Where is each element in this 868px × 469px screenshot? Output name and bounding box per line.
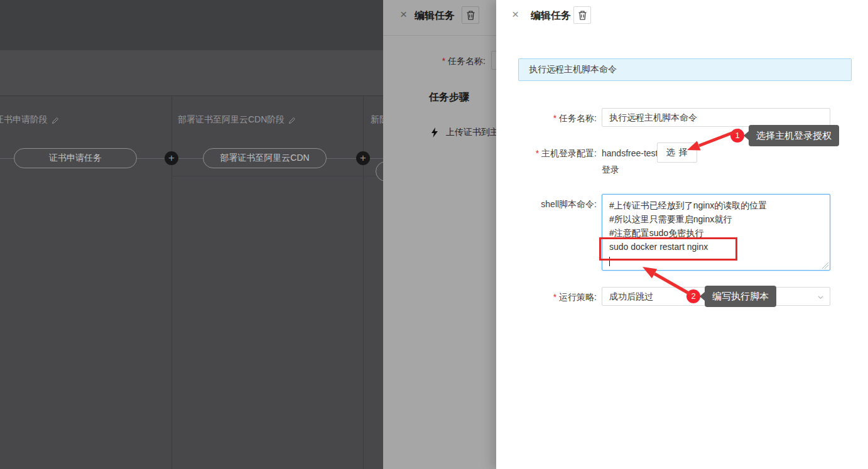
app-header-bar — [0, 0, 383, 50]
delete-task-button[interactable] — [462, 6, 479, 24]
close-icon[interactable]: × — [400, 8, 407, 21]
edit-pencil-icon[interactable] — [52, 116, 60, 124]
drawer-header: × 编辑任务 — [496, 0, 868, 35]
task-name-label: 任务名称: — [497, 113, 597, 124]
annotation-badge-1: 1 — [730, 129, 744, 143]
page-root: 证书申请阶段 部署证书至阿里云CDN阶段 新阶段 证书申请任务 + 部署证书至阿… — [0, 0, 868, 469]
script-line: #上传证书已经放到了nginx的读取的位置 — [609, 198, 823, 212]
tooltip-arrow — [744, 131, 749, 140]
chevron-down-icon — [818, 294, 823, 300]
pipeline-toolbar — [0, 50, 383, 96]
drawer-title: 编辑任务 — [415, 9, 455, 23]
annotation-tooltip-1: 选择主机登录授权 — [749, 125, 839, 146]
edit-task-drawer-back: × 编辑任务 任务名称: 上 任务步骤 上传证书到主 — [383, 0, 496, 469]
script-line: #注意配置sudo免密执行 — [609, 226, 823, 240]
task-pill-label: 证书申请任务 — [49, 153, 102, 164]
host-login-value-line2: 登录 — [602, 164, 619, 176]
annotation-badge-2: 2 — [686, 289, 700, 303]
shell-script-label: shell脚本命令: — [497, 199, 597, 210]
grid-line — [171, 176, 383, 176]
trash-icon — [578, 11, 587, 20]
task-steps-heading: 任务步骤 — [429, 91, 469, 104]
resize-handle-icon[interactable] — [822, 262, 828, 269]
script-caret-line — [609, 254, 823, 267]
delete-task-button[interactable] — [573, 6, 591, 24]
run-policy-value: 成功后跳过 — [609, 291, 653, 301]
host-login-label: 主机登录配置: — [497, 148, 597, 159]
lightning-icon — [431, 127, 438, 137]
plus-icon: + — [168, 152, 175, 164]
stage-title-label: 部署证书至阿里云CDN阶段 — [178, 114, 285, 126]
alert-text: 执行远程主机脚本命令 — [529, 64, 617, 75]
task-pill-clipped[interactable] — [376, 161, 383, 181]
select-host-button[interactable]: 选 择 — [657, 143, 697, 163]
annotation-tooltip-2: 编写执行脚本 — [705, 286, 776, 307]
task-pill-label: 部署证书至阿里云CDN — [220, 153, 309, 164]
drawer-header: × 编辑任务 — [383, 0, 496, 35]
plus-icon: + — [360, 152, 366, 164]
edit-pencil-icon[interactable] — [288, 116, 296, 124]
run-policy-label: 运行策略: — [497, 292, 597, 303]
tooltip-arrow — [700, 292, 705, 301]
stage-title-new: 新阶段 — [371, 114, 383, 126]
task-pill-cert-apply[interactable]: 证书申请任务 — [14, 148, 137, 168]
task-step-label: 上传证书到主 — [446, 127, 496, 138]
drawer-mask — [383, 0, 496, 469]
close-icon[interactable]: × — [512, 8, 519, 21]
task-step-item[interactable]: 上传证书到主 — [431, 127, 496, 138]
task-name-label: 任务名称: — [383, 56, 486, 67]
edit-task-drawer-front: × 编辑任务 执行远程主机脚本命令 任务名称: 执行远程主机脚本命令 主机登录配… — [496, 0, 868, 469]
script-line: #所以这里只需要重启nginx就行 — [609, 212, 823, 226]
task-type-alert: 执行远程主机脚本命令 — [518, 58, 852, 81]
trash-icon — [467, 11, 475, 20]
add-task-button[interactable]: + — [356, 151, 370, 165]
task-pill-deploy-cdn[interactable]: 部署证书至阿里云CDN — [203, 148, 327, 168]
text-cursor — [609, 257, 610, 266]
stage-title-deploy-cdn: 部署证书至阿里云CDN阶段 — [178, 114, 296, 126]
workflow-canvas: 证书申请阶段 部署证书至阿里云CDN阶段 新阶段 证书申请任务 + 部署证书至阿… — [0, 0, 383, 469]
stage-title-label: 新阶段 — [371, 114, 383, 126]
task-name-input[interactable]: 执行远程主机脚本命令 — [602, 108, 830, 127]
task-name-input[interactable]: 上 — [491, 51, 496, 70]
stage-title-label: 证书申请阶段 — [0, 114, 48, 126]
shell-script-textarea[interactable]: #上传证书已经放到了nginx的读取的位置 #所以这里只需要重启nginx就行 … — [602, 194, 830, 271]
divider — [383, 35, 496, 36]
drawer-title: 编辑任务 — [531, 9, 571, 23]
stage-title-cert-apply: 证书申请阶段 — [0, 114, 60, 126]
host-login-value: handsfree-test — [602, 148, 658, 158]
add-task-button[interactable]: + — [165, 151, 178, 165]
script-line: sudo docker restart nginx — [609, 240, 823, 254]
